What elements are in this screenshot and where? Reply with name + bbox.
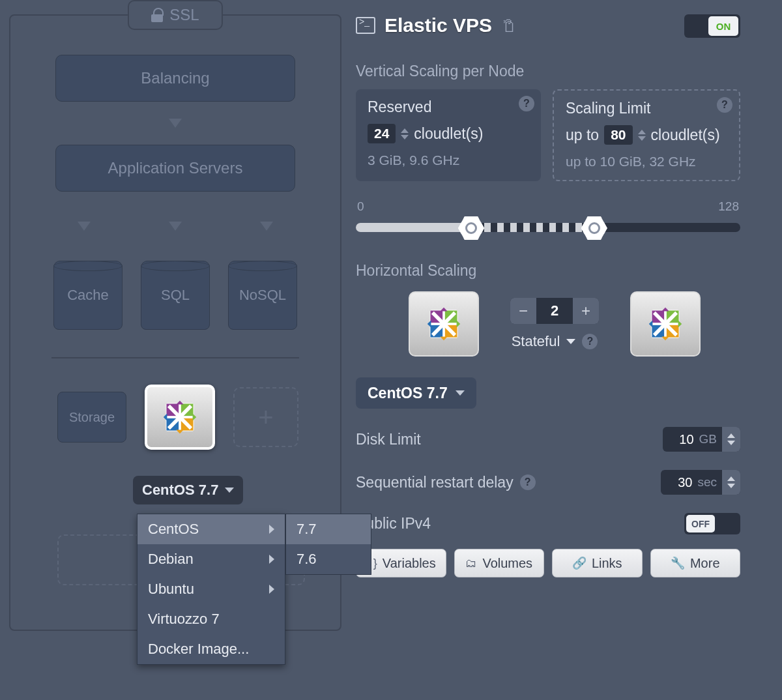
wrench-icon: 🔧	[671, 556, 685, 570]
slider-handle-limit[interactable]	[581, 215, 607, 241]
slider-rail-dashed	[471, 223, 594, 232]
os-submenu: 7.7 7.6	[285, 514, 371, 575]
limit-unit: cloudlet(s)	[651, 126, 720, 144]
help-icon[interactable]: ?	[520, 474, 536, 490]
arrow-down-icon	[78, 222, 91, 231]
reserved-unit: cloudlet(s)	[414, 125, 483, 143]
decrement-button[interactable]: −	[510, 298, 536, 324]
cache-tile[interactable]: Cache	[53, 261, 123, 330]
submenu-item-label: 7.7	[297, 521, 317, 538]
slider-min: 0	[357, 199, 364, 214]
storage-row: Storage +	[57, 385, 340, 450]
limit-value[interactable]: 80	[604, 125, 632, 145]
menu-item-debian[interactable]: Debian	[138, 544, 285, 574]
caret-down-icon	[456, 390, 465, 396]
slider-rail-fill	[356, 223, 471, 232]
cloudlet-slider[interactable]: 0 128	[356, 199, 740, 239]
stepper-icon[interactable]	[401, 128, 409, 139]
nosql-tile[interactable]: NoSQL	[228, 261, 297, 330]
ssl-chip[interactable]: SSL	[128, 0, 223, 30]
limit-spec: up to 10 GiB, 32 GHz	[566, 154, 727, 169]
submenu-item-77[interactable]: 7.7	[286, 514, 371, 544]
menu-item-ubuntu[interactable]: Ubuntu	[138, 574, 285, 604]
ipv4-toggle[interactable]: OFF	[684, 513, 740, 534]
arrow-down-icon	[260, 222, 273, 231]
ipv4-state: OFF	[691, 519, 710, 529]
centos-icon	[647, 306, 684, 342]
horizontal-scaling-title: Horizontal Scaling	[356, 262, 740, 280]
reserved-value[interactable]: 24	[368, 124, 396, 143]
add-node-tile[interactable]: +	[233, 387, 298, 447]
restart-delay-label-text: Sequential restart delay	[356, 474, 514, 491]
reserved-title: Reserved	[368, 98, 529, 116]
link-icon: 🔗	[572, 556, 586, 570]
more-label: More	[690, 556, 720, 571]
storage-tile[interactable]: Storage	[57, 392, 126, 443]
storage-label: Storage	[69, 410, 115, 425]
stepper-arrows[interactable]	[722, 470, 740, 495]
menu-item-docker[interactable]: Docker Image...	[138, 634, 285, 664]
config-panel: Elastic VPS 🏷 ON Vertical Scaling per No…	[356, 14, 740, 577]
limit-prefix: up to	[566, 126, 599, 144]
vps-tile-selected[interactable]	[145, 385, 215, 450]
os-version-label: CentOS 7.7	[142, 482, 218, 499]
variables-label: Variables	[383, 556, 436, 571]
restart-delay-label: Sequential restart delay ?	[356, 474, 536, 491]
more-button[interactable]: 🔧More	[650, 549, 741, 577]
toggle-knob-off: OFF	[686, 515, 715, 532]
arrow-down-icon	[169, 119, 182, 128]
os-version-chip[interactable]: CentOS 7.7	[133, 476, 243, 504]
disk-limit-unit: GB	[697, 432, 722, 446]
restart-delay-stepper[interactable]: 30 sec	[661, 470, 740, 495]
toggle-on-label: ON	[716, 21, 731, 32]
caret-down-icon	[225, 488, 234, 493]
enable-toggle[interactable]: ON	[684, 14, 740, 38]
stepper-arrows[interactable]	[722, 427, 740, 452]
db-row: Cache SQL NoSQL	[10, 261, 340, 330]
app-servers-block[interactable]: Application Servers	[55, 145, 295, 192]
lock-open-icon	[151, 8, 163, 22]
menu-item-label: Virtuozzo 7	[148, 611, 220, 628]
reserved-spec: 3 GiB, 9.6 GHz	[368, 153, 529, 168]
node-count-input[interactable]	[536, 298, 573, 324]
cache-label: Cache	[67, 287, 109, 304]
disk-limit-stepper[interactable]: 10 GB	[663, 427, 740, 452]
help-icon[interactable]: ?	[582, 334, 598, 349]
menu-item-label: Debian	[148, 551, 194, 568]
toggle-knob-on: ON	[708, 16, 738, 36]
menu-item-virtuozzo[interactable]: Virtuozzo 7	[138, 604, 285, 634]
increment-button[interactable]: +	[573, 298, 599, 324]
slider-max: 128	[718, 199, 739, 214]
hs-node-2[interactable]	[630, 291, 701, 357]
balancing-block[interactable]: Balancing	[55, 55, 295, 102]
sql-tile[interactable]: SQL	[141, 261, 210, 330]
stepper-icon[interactable]	[638, 130, 646, 141]
disk-limit-value: 10	[664, 432, 697, 447]
submenu-item-76[interactable]: 7.6	[286, 544, 371, 574]
stateful-label: Stateful	[512, 333, 560, 350]
os-select-chip[interactable]: CentOS 7.7	[356, 377, 476, 409]
stateful-select[interactable]: Stateful ?	[512, 333, 598, 350]
tag-icon[interactable]: 🏷	[500, 18, 517, 33]
ssl-label: SSL	[169, 6, 199, 24]
menu-item-label: Docker Image...	[148, 641, 249, 658]
help-icon[interactable]: ?	[519, 96, 534, 111]
sql-label: SQL	[161, 287, 190, 304]
links-label: Links	[592, 556, 622, 571]
reserved-card: ? Reserved 24 cloudlet(s) 3 GiB, 9.6 GHz	[356, 89, 541, 181]
app-servers-label: Application Servers	[108, 159, 243, 177]
links-button[interactable]: 🔗Links	[552, 549, 643, 577]
volumes-label: Volumes	[482, 556, 532, 571]
plus-icon: +	[258, 403, 273, 432]
limit-value-row: up to 80 cloudlet(s)	[566, 125, 727, 145]
volumes-button[interactable]: 🗂Volumes	[454, 549, 545, 577]
scaling-limit-card: ? Scaling Limit up to 80 cloudlet(s) up …	[553, 89, 740, 181]
hs-node-1[interactable]	[409, 291, 479, 357]
horizontal-scaling-row: − + Stateful ?	[382, 291, 727, 357]
slider-handle-reserved[interactable]	[458, 215, 484, 241]
menu-item-centos[interactable]: CentOS	[138, 514, 285, 544]
vertical-scaling-title: Vertical Scaling per Node	[356, 63, 740, 80]
help-icon[interactable]: ?	[717, 97, 732, 113]
menu-item-label: Ubuntu	[148, 581, 194, 598]
chevron-right-icon	[269, 585, 274, 594]
